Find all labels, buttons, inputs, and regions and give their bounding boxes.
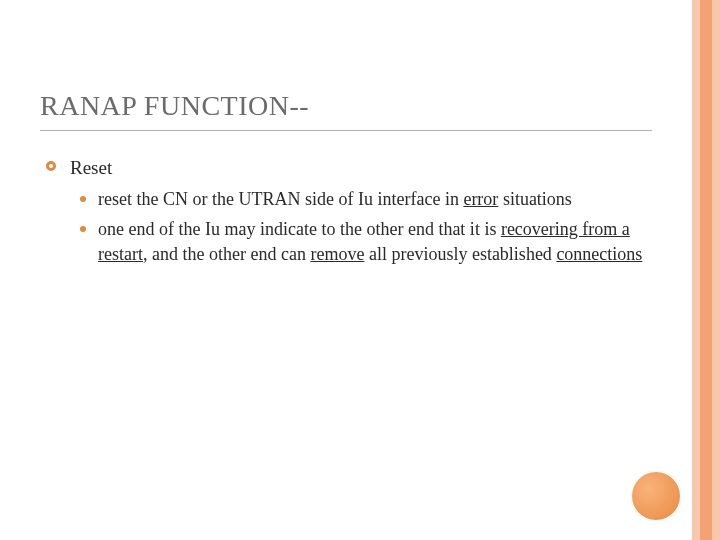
level1-item: Reset reset the CN or the UTRAN side of …: [46, 157, 652, 266]
side-stripe-inner: [700, 0, 712, 540]
text-segment: one end of the Iu may indicate to the ot…: [98, 219, 501, 239]
slide-title: RANAP FUNCTION--: [40, 90, 652, 122]
text-segment: connections: [556, 244, 642, 264]
text-segment: situations: [498, 189, 572, 209]
title-divider: [40, 130, 652, 131]
ring-bullet-icon: [46, 161, 56, 171]
level2-item: one end of the Iu may indicate to the ot…: [78, 217, 652, 266]
bullet-list-level1: Reset reset the CN or the UTRAN side of …: [40, 157, 652, 266]
slide-body: RANAP FUNCTION-- Reset reset the CN or t…: [0, 0, 692, 540]
bullet-list-level2: reset the CN or the UTRAN side of Iu int…: [70, 187, 652, 266]
level1-heading: Reset: [70, 157, 112, 178]
text-segment: error: [463, 189, 498, 209]
level2-item: reset the CN or the UTRAN side of Iu int…: [78, 187, 652, 211]
text-segment: reset the CN or the UTRAN side of Iu int…: [98, 189, 463, 209]
text-segment: all previously established: [364, 244, 556, 264]
text-segment: , and the other end can: [143, 244, 310, 264]
text-segment: remove: [310, 244, 364, 264]
dot-bullet-icon: [80, 226, 86, 232]
dot-bullet-icon: [80, 196, 86, 202]
